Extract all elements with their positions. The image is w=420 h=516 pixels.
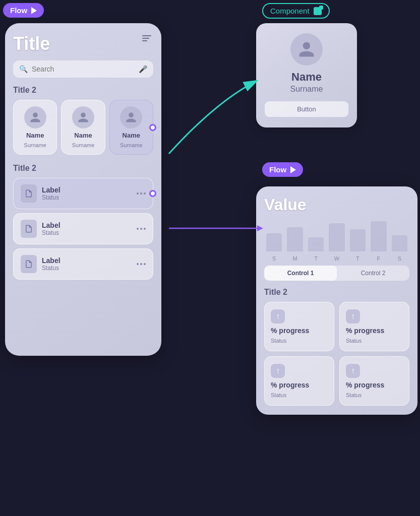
- bar-label-w: W: [334, 255, 339, 262]
- user-name-3: Name: [123, 132, 140, 139]
- flow-badge-topleft[interactable]: Flow: [3, 3, 44, 18]
- bar-w: W: [329, 221, 344, 262]
- dots-menu-1[interactable]: [137, 192, 146, 195]
- avatar-2: [72, 106, 94, 128]
- bar-s2: S: [392, 221, 407, 262]
- bar-f: F: [371, 221, 386, 262]
- component-surname: Surname: [290, 85, 323, 94]
- tabs-control: Control 1 Control 2: [264, 266, 409, 281]
- bar-s1: S: [266, 221, 282, 262]
- tab-control2[interactable]: Control 2: [337, 266, 409, 281]
- progress-status-1: Status: [271, 338, 328, 344]
- list-section: Label Status Label Status: [13, 178, 153, 280]
- doc-icon-3: [21, 255, 37, 273]
- progress-status-2: Status: [346, 338, 403, 344]
- component-icon: [314, 7, 322, 15]
- bar-label-t1: T: [314, 255, 318, 262]
- mic-icon[interactable]: 🎤: [139, 65, 147, 73]
- flow-badge-middle[interactable]: Flow: [262, 162, 303, 177]
- user-name-1: Name: [26, 132, 44, 139]
- bar-t1: T: [308, 221, 324, 262]
- bar-chart: S M T W T F S: [264, 221, 409, 262]
- user-card-3[interactable]: Name Surname: [109, 100, 153, 155]
- component-card: Name Surname Button: [256, 23, 357, 127]
- user-surname-2: Surname: [72, 142, 95, 148]
- right-value: Value: [264, 196, 409, 214]
- component-label: Component: [270, 7, 310, 15]
- list-item-1[interactable]: Label Status: [13, 178, 153, 209]
- list-text-3: Label Status: [42, 256, 132, 272]
- section-title-2: Title 2: [13, 164, 153, 173]
- left-card-title: Title: [13, 33, 153, 54]
- doc-icon-2: [21, 220, 37, 238]
- bar-label-m: M: [293, 255, 297, 262]
- search-input[interactable]: [32, 65, 135, 73]
- bar-w-bar: [329, 223, 344, 251]
- bar-label-f: F: [377, 255, 380, 262]
- dots-menu-3[interactable]: [137, 263, 146, 265]
- connection-dot-list: [149, 190, 156, 197]
- progress-card-1[interactable]: ↑ % progress Status: [264, 302, 334, 351]
- bar-label-t2: T: [356, 255, 359, 262]
- progress-status-3: Status: [271, 392, 328, 398]
- up-arrow-2: ↑: [346, 309, 360, 324]
- search-icon: 🔍: [19, 65, 28, 73]
- bar-m: M: [287, 221, 303, 262]
- progress-card-3[interactable]: ↑ % progress Status: [264, 356, 334, 406]
- section-title-1: Title 2: [13, 86, 153, 95]
- user-cards-row: Name Surname Name Surname Name Surname: [13, 100, 153, 155]
- list-item-3[interactable]: Label Status: [13, 248, 153, 280]
- bar-t2: T: [350, 221, 366, 262]
- list-status-3: Status: [42, 265, 132, 272]
- avatar-1: [24, 106, 46, 128]
- up-arrow-1: ↑: [271, 309, 285, 324]
- bar-label-s2: S: [398, 255, 401, 262]
- up-arrow-4: ↑: [346, 364, 360, 378]
- progress-card-2[interactable]: ↑ % progress Status: [339, 302, 409, 351]
- bar-t1-bar: [308, 237, 324, 251]
- bar-f-bar: [371, 221, 386, 251]
- list-label-1: Label: [42, 186, 132, 194]
- avatar-3: [120, 106, 142, 128]
- progress-section-title: Title 2: [264, 288, 409, 297]
- progress-status-4: Status: [346, 392, 403, 398]
- list-label-2: Label: [42, 221, 132, 229]
- play-icon-tl: [31, 7, 37, 14]
- dots-menu-2[interactable]: [137, 228, 146, 230]
- component-badge[interactable]: Component: [262, 3, 330, 19]
- left-mobile-card: Title 🔍 🎤 Title 2 Name Surname Name Surn…: [5, 23, 161, 356]
- list-status-1: Status: [42, 194, 132, 201]
- bar-label-s1: S: [272, 255, 276, 262]
- progress-card-4[interactable]: ↑ % progress Status: [339, 356, 409, 406]
- progress-value-2: % progress: [346, 327, 403, 335]
- list-text-1: Label Status: [42, 186, 132, 201]
- flow-label-tl: Flow: [10, 6, 27, 15]
- doc-icon-1: [21, 184, 37, 203]
- progress-value-3: % progress: [271, 381, 328, 389]
- search-bar: 🔍 🎤: [13, 60, 153, 78]
- bar-s2-bar: [392, 235, 407, 251]
- tab-control1[interactable]: Control 1: [264, 266, 337, 281]
- progress-value-1: % progress: [271, 327, 328, 335]
- component-avatar: [290, 33, 323, 66]
- bar-t2-bar: [350, 229, 366, 251]
- user-card-2[interactable]: Name Surname: [61, 100, 105, 155]
- progress-grid: ↑ % progress Status ↑ % progress Status …: [264, 302, 409, 406]
- user-surname-3: Surname: [120, 142, 143, 148]
- list-status-2: Status: [42, 229, 132, 236]
- bar-s1-bar: [266, 233, 282, 251]
- play-icon-mid: [290, 166, 296, 173]
- flow-label-mid: Flow: [269, 165, 286, 174]
- filter-icon[interactable]: [142, 35, 151, 41]
- list-label-3: Label: [42, 256, 132, 265]
- list-text-2: Label Status: [42, 221, 132, 236]
- component-name: Name: [291, 71, 322, 84]
- user-surname-1: Surname: [24, 142, 46, 148]
- connection-dot-user: [149, 124, 156, 131]
- bar-m-bar: [287, 227, 303, 251]
- up-arrow-3: ↑: [271, 364, 285, 378]
- component-button[interactable]: Button: [264, 101, 349, 117]
- user-card-1[interactable]: Name Surname: [13, 100, 57, 155]
- list-item-2[interactable]: Label Status: [13, 213, 153, 244]
- right-card: Title 2 Value S M T W T F S: [256, 186, 417, 415]
